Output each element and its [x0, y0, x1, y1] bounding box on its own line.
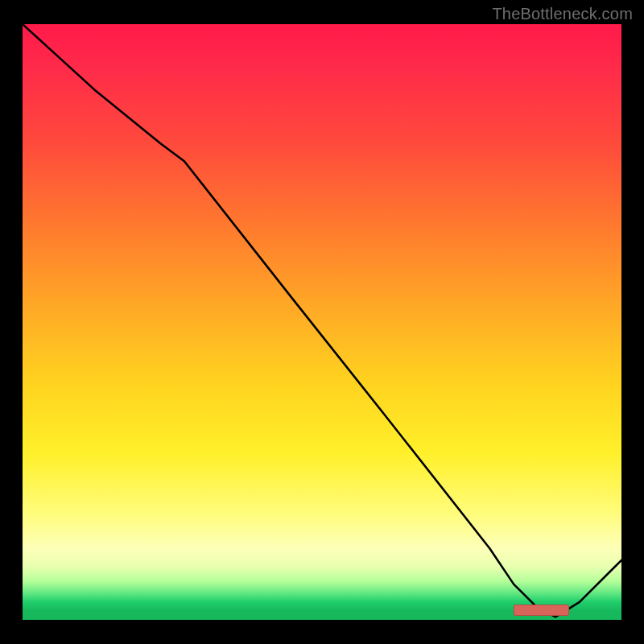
plot-frame [23, 24, 621, 620]
watermark-text: TheBottleneck.com [492, 5, 633, 23]
optimal-range-marker [514, 605, 569, 616]
bottleneck-curve [23, 24, 621, 620]
chart-container: TheBottleneck.com [0, 0, 644, 644]
